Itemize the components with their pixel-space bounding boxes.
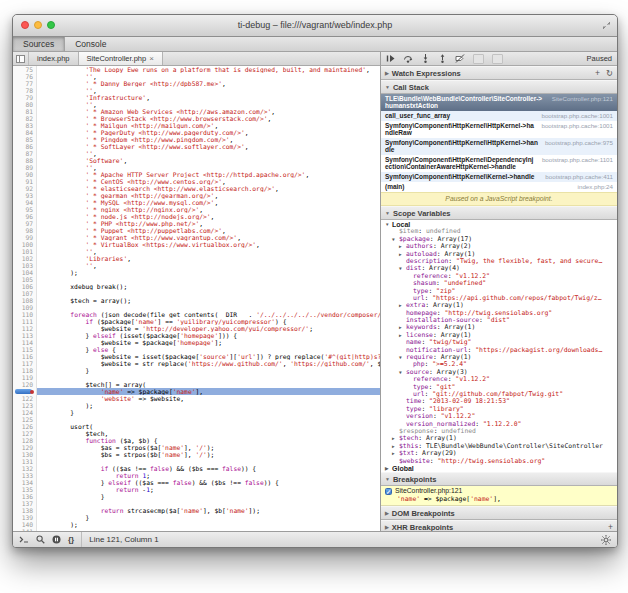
line-number-gutter[interactable]: 123 xyxy=(13,402,37,409)
add-xhr-breakpoint-button[interactable]: + xyxy=(608,522,613,531)
code-line[interactable]: 117 $website = str_replace('https://www.… xyxy=(13,360,380,367)
call-stack-frame[interactable]: bootstrap.php.cache:1101Symfony\Componen… xyxy=(381,155,617,172)
call-stack-frame[interactable]: index.php:24(main) xyxy=(381,182,617,192)
line-number-gutter[interactable]: 138 xyxy=(13,507,37,514)
console-toggle-icon[interactable] xyxy=(19,535,29,544)
scope-variable-row[interactable]: ▼$package: Array(17) xyxy=(381,236,617,243)
scope-variable-row[interactable]: url: "git://github.com/fabpot/Twig.git" xyxy=(381,391,617,398)
line-number-gutter[interactable]: 88 xyxy=(13,157,37,164)
code-line[interactable]: 103 '', xyxy=(13,262,380,269)
chevron-down-icon[interactable]: ▼ xyxy=(399,369,406,376)
code-line[interactable]: 128 function ($a, $b) { xyxy=(13,437,380,444)
scope-section-row[interactable]: ▶Global xyxy=(381,465,617,472)
navigator-toggle-icon[interactable] xyxy=(13,52,29,65)
line-number-gutter[interactable]: 80 xyxy=(13,101,37,108)
code-line[interactable]: 127 $tech, xyxy=(13,430,380,437)
scope-variable-row[interactable]: homepage: "http://twig.sensiolabs.org" xyxy=(381,310,617,317)
code-line[interactable]: 96 ' * node.js <http://nodejs.org/>', xyxy=(13,213,380,220)
code-line[interactable]: 95 ' * nginx <http://nginx.org/>', xyxy=(13,206,380,213)
code-line[interactable]: 97 ' * PHP <http://www.php.net/>', xyxy=(13,220,380,227)
line-number-gutter[interactable]: 93 xyxy=(13,192,37,199)
scope-variable-row[interactable]: time: "2013-02-09 18:21:53" xyxy=(381,398,617,405)
line-number-gutter[interactable]: 114 xyxy=(13,339,37,346)
code-line[interactable]: 85 ' * Pingdom <http://www.pingdom.com/>… xyxy=(13,136,380,143)
line-number-gutter[interactable]: 122 xyxy=(13,395,37,402)
scope-variable-row[interactable]: ▶license: Array(1) xyxy=(381,332,617,339)
scope-variable-row[interactable]: ▶$txt: Array(29) xyxy=(381,450,617,457)
chevron-down-icon[interactable]: ▼ xyxy=(399,265,406,272)
code-line[interactable]: 109 xyxy=(13,304,380,311)
call-stack-frame[interactable]: bootstrap.php.cache:975Symfony\Component… xyxy=(381,138,617,155)
line-number-gutter[interactable]: 95 xyxy=(13,206,37,213)
code-line[interactable]: 119 xyxy=(13,374,380,381)
code-line[interactable]: 131 xyxy=(13,458,380,465)
line-number-gutter[interactable]: 111 xyxy=(13,318,37,325)
line-number-gutter[interactable]: 76 xyxy=(13,73,37,80)
scope-variable-row[interactable]: url: "https://api.github.com/repos/fabpo… xyxy=(381,295,617,302)
line-number-gutter[interactable]: 125 xyxy=(13,416,37,423)
code-line[interactable]: 81 ' * Amazon Web Services <http://aws.a… xyxy=(13,108,380,115)
line-number-gutter[interactable]: 100 xyxy=(13,241,37,248)
fullscreen-icon[interactable] xyxy=(602,21,611,30)
chevron-down-icon[interactable]: ▼ xyxy=(392,236,399,243)
minimize-window-button[interactable] xyxy=(34,21,42,29)
line-number-gutter[interactable]: 139 xyxy=(13,514,37,521)
line-number-gutter[interactable]: 101 xyxy=(13,248,37,255)
chevron-down-icon[interactable]: ▼ xyxy=(399,354,406,361)
line-number-gutter[interactable]: 102 xyxy=(13,255,37,262)
xhr-breakpoints-header[interactable]: ▶ XHR Breakpoints + xyxy=(381,520,617,531)
scope-variable-row[interactable]: type: "zip" xyxy=(381,288,617,295)
code-line[interactable]: 82 ' * BrowserStack <http://www.browsers… xyxy=(13,115,380,122)
chevron-down-icon[interactable]: ▼ xyxy=(385,221,392,228)
code-line[interactable]: 105 xyxy=(13,276,380,283)
zoom-window-button[interactable] xyxy=(47,21,55,29)
code-line[interactable]: 94 ' * MySQL <http://www.mysql.com/>', xyxy=(13,199,380,206)
code-line[interactable]: 137 xyxy=(13,500,380,507)
scope-variable-row[interactable]: ▼require: Array(1) xyxy=(381,354,617,361)
chevron-right-icon[interactable]: ▶ xyxy=(392,443,399,450)
scope-variable-row[interactable]: ▼source: Array(3) xyxy=(381,369,617,376)
chevron-right-icon[interactable]: ▶ xyxy=(399,302,406,309)
chevron-right-icon[interactable]: ▶ xyxy=(399,251,406,258)
code-line[interactable]: 90 ' * Apache HTTP Server Project <http:… xyxy=(13,171,380,178)
code-line[interactable]: 76 '', xyxy=(13,73,380,80)
line-number-gutter[interactable]: 112 xyxy=(13,325,37,332)
line-number-gutter[interactable]: 82 xyxy=(13,115,37,122)
chevron-right-icon[interactable]: ▶ xyxy=(399,332,406,339)
code-line[interactable]: 120 $tech[] = array( xyxy=(13,381,380,388)
line-number-gutter[interactable]: 126 xyxy=(13,423,37,430)
line-number-gutter[interactable]: 128 xyxy=(13,437,37,444)
line-number-gutter[interactable]: 107 xyxy=(13,290,37,297)
code-line[interactable]: 93 ' * gearman <http://gearman.org/>', xyxy=(13,192,380,199)
chevron-right-icon[interactable]: ▶ xyxy=(399,324,406,331)
scope-variable-row[interactable]: ▶authors: Array(2) xyxy=(381,243,617,250)
scope-variable-row[interactable]: shasum: "undefined" xyxy=(381,280,617,287)
chevron-right-icon[interactable]: ▶ xyxy=(392,435,399,442)
line-number-gutter[interactable]: 130 xyxy=(13,451,37,458)
line-number-gutter[interactable]: 78 xyxy=(13,87,37,94)
scope-variable-row[interactable]: version: "v1.12.2" xyxy=(381,413,617,420)
breakpoint-entry[interactable]: ✓ SiteController.php:121 'name' => $pack… xyxy=(381,486,617,506)
code-line[interactable]: 123 ); xyxy=(13,402,380,409)
code-line[interactable]: 140 ); xyxy=(13,521,380,528)
scope-variable-row[interactable]: name: "twig/twig" xyxy=(381,339,617,346)
line-number-gutter[interactable]: 83 xyxy=(13,122,37,129)
line-number-gutter[interactable]: 94 xyxy=(13,199,37,206)
line-number-gutter[interactable]: 84 xyxy=(13,129,37,136)
line-number-gutter[interactable]: 117 xyxy=(13,360,37,367)
dom-breakpoints-header[interactable]: ▶ DOM Breakpoints xyxy=(381,506,617,520)
code-line[interactable]: 77 ' * Danny Berger <http://dpb587.me>', xyxy=(13,80,380,87)
scope-variable-row[interactable]: version_normalized: "1.12.2.0" xyxy=(381,421,617,428)
line-number-gutter[interactable]: 140 xyxy=(13,521,37,528)
call-stack-frame[interactable]: bootstrap.php.cache:1001call_user_func_a… xyxy=(381,111,617,121)
code-line[interactable]: 99 ' * Vagrant <http://www.vagrantup.com… xyxy=(13,234,380,241)
call-stack-frame[interactable]: bootstrap.php.cache:411Symfony\Component… xyxy=(381,172,617,182)
line-number-gutter[interactable]: 77 xyxy=(13,80,37,87)
line-number-gutter[interactable]: 104 xyxy=(13,269,37,276)
chevron-right-icon[interactable]: ▶ xyxy=(385,465,392,472)
code-line[interactable]: 87 '', xyxy=(13,150,380,157)
close-window-button[interactable] xyxy=(21,21,29,29)
code-line[interactable]: 78 '', xyxy=(13,87,380,94)
search-icon[interactable] xyxy=(36,535,45,544)
line-number-gutter[interactable]: 116 xyxy=(13,353,37,360)
